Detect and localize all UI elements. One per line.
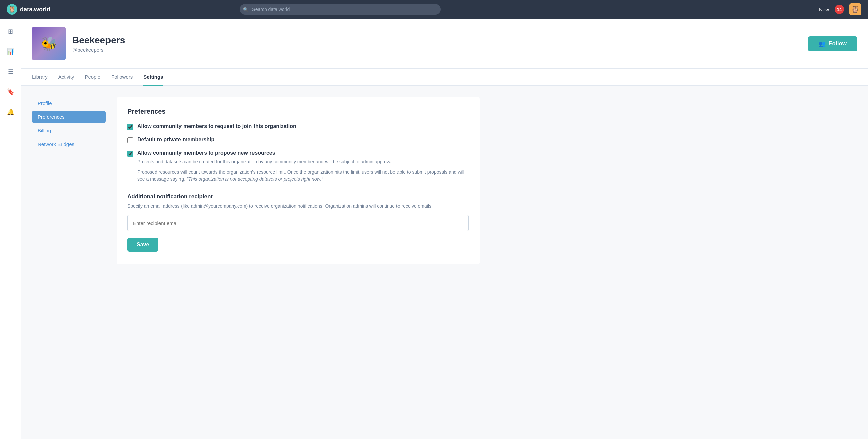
- user-avatar[interactable]: 🦉: [849, 3, 861, 16]
- left-sidebar: ⊞ 📊 ☰ 🔖 🔔: [0, 19, 22, 439]
- chart-icon[interactable]: 📊: [5, 46, 17, 58]
- main-content: 🐝 Beekeepers @beekeepers 👥 Follow Librar…: [22, 19, 868, 439]
- pref-checkbox-2[interactable]: [127, 137, 133, 143]
- pref-label-wrap-2: Default to private membership: [137, 137, 214, 143]
- preferences-title: Preferences: [127, 108, 469, 115]
- settings-nav-billing[interactable]: Billing: [32, 124, 106, 137]
- logo-text: data.world: [20, 6, 50, 13]
- profile-avatar: 🐝: [32, 27, 66, 60]
- settings-sidebar: Profile Preferences Billing Network Brid…: [32, 97, 106, 264]
- pref-label-1[interactable]: Allow community members to request to jo…: [137, 123, 297, 129]
- new-button[interactable]: + New: [815, 7, 829, 12]
- top-navigation: 🦉 data.world + New 14 🦉: [0, 0, 868, 19]
- recipient-email-input[interactable]: [127, 215, 469, 231]
- pref-sub-3b: Proposed resources will count towards th…: [137, 169, 469, 183]
- topnav-right: + New 14 🦉: [815, 3, 861, 16]
- additional-notif-title: Additional notification recipient: [127, 193, 469, 200]
- pref-checkbox-1[interactable]: [127, 124, 133, 130]
- save-button[interactable]: Save: [127, 238, 158, 252]
- pref-item-2: Default to private membership: [127, 137, 469, 143]
- profile-header-left: 🐝 Beekeepers @beekeepers: [32, 27, 125, 60]
- pref-checkbox-3[interactable]: [127, 151, 133, 157]
- pref-sub-3a: Projects and datasets can be created for…: [137, 158, 469, 165]
- bookmark-icon[interactable]: 🔖: [5, 86, 17, 98]
- additional-notif-desc: Specify an email address (like admin@you…: [127, 203, 469, 210]
- profile-handle: @beekeepers: [72, 47, 125, 53]
- tab-settings[interactable]: Settings: [143, 69, 163, 86]
- follow-button[interactable]: 👥 Follow: [808, 36, 857, 51]
- settings-nav-network-bridges[interactable]: Network Bridges: [32, 138, 106, 150]
- pref-label-wrap-1: Allow community members to request to jo…: [137, 123, 297, 129]
- profile-name: Beekeepers: [72, 35, 125, 46]
- svg-text:🦉: 🦉: [8, 6, 16, 13]
- settings-nav-profile[interactable]: Profile: [32, 97, 106, 109]
- pref-label-2[interactable]: Default to private membership: [137, 137, 214, 142]
- notification-badge[interactable]: 14: [835, 5, 844, 14]
- settings-nav-preferences[interactable]: Preferences: [32, 111, 106, 123]
- tab-library[interactable]: Library: [32, 69, 48, 86]
- profile-header: 🐝 Beekeepers @beekeepers 👥 Follow: [22, 19, 868, 69]
- tab-activity[interactable]: Activity: [58, 69, 74, 86]
- search-container: [240, 4, 441, 15]
- bell-icon[interactable]: 🔔: [5, 106, 17, 118]
- pref-item-1: Allow community members to request to jo…: [127, 123, 469, 130]
- layers-icon[interactable]: ⊞: [5, 26, 17, 37]
- tab-followers[interactable]: Followers: [111, 69, 133, 86]
- profile-tabs: Library Activity People Followers Settin…: [22, 69, 868, 86]
- search-input[interactable]: [240, 4, 441, 15]
- settings-layout: Profile Preferences Billing Network Brid…: [22, 86, 490, 275]
- pref-label-wrap-3: Allow community members to propose new r…: [137, 150, 469, 183]
- avatar-image: 🐝: [32, 27, 66, 60]
- follow-icon: 👥: [819, 40, 826, 47]
- pref-label-3[interactable]: Allow community members to propose new r…: [137, 150, 275, 156]
- tab-people[interactable]: People: [85, 69, 100, 86]
- settings-content: Preferences Allow community members to r…: [117, 97, 479, 264]
- profile-info: Beekeepers @beekeepers: [72, 35, 125, 53]
- logo-link[interactable]: 🦉 data.world: [7, 4, 50, 15]
- list-icon[interactable]: ☰: [5, 66, 17, 78]
- pref-item-3: Allow community members to propose new r…: [127, 150, 469, 183]
